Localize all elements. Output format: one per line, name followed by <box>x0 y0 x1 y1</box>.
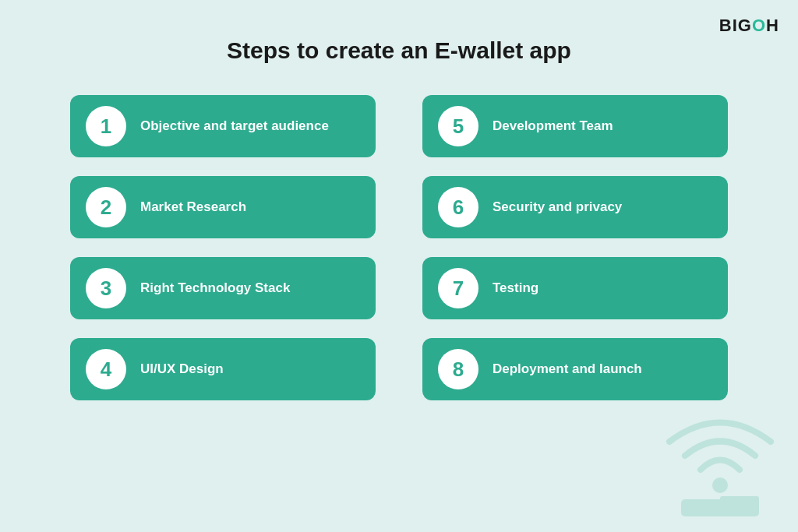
steps-grid: 1Objective and target audience5Developme… <box>0 64 798 400</box>
logo-text-after: H <box>766 16 779 35</box>
step-card-4: 4UI/UX Design <box>70 338 376 400</box>
step-label-6: Security and privacy <box>493 199 622 216</box>
step-label-7: Testing <box>493 280 538 297</box>
step-label-8: Deployment and launch <box>493 361 642 378</box>
step-label-4: UI/UX Design <box>140 361 224 378</box>
step-number-8: 8 <box>438 349 478 389</box>
page-title: Steps to create an E-wallet app <box>0 0 798 64</box>
step-card-2: 2Market Research <box>70 176 376 238</box>
logo-o: O <box>752 16 766 35</box>
step-number-7: 7 <box>438 268 478 308</box>
decorative-wallet-icon <box>658 400 782 524</box>
step-label-1: Objective and target audience <box>140 118 329 135</box>
step-number-3: 3 <box>86 268 126 308</box>
step-card-6: 6Security and privacy <box>422 176 728 238</box>
step-label-2: Market Research <box>140 199 246 216</box>
step-number-6: 6 <box>438 187 478 227</box>
logo: BIGOH <box>719 16 779 36</box>
step-number-4: 4 <box>86 349 126 389</box>
svg-rect-2 <box>720 496 759 504</box>
step-number-2: 2 <box>86 187 126 227</box>
step-card-5: 5Development Team <box>422 95 728 157</box>
step-card-3: 3Right Technology Stack <box>70 257 376 319</box>
step-number-5: 5 <box>438 106 478 146</box>
logo-text-before: BIG <box>719 16 752 35</box>
step-label-5: Development Team <box>493 118 613 135</box>
step-card-1: 1Objective and target audience <box>70 95 376 157</box>
svg-point-0 <box>712 477 728 493</box>
step-number-1: 1 <box>86 106 126 146</box>
step-card-7: 7Testing <box>422 257 728 319</box>
step-label-3: Right Technology Stack <box>140 280 290 297</box>
step-card-8: 8Deployment and launch <box>422 338 728 400</box>
